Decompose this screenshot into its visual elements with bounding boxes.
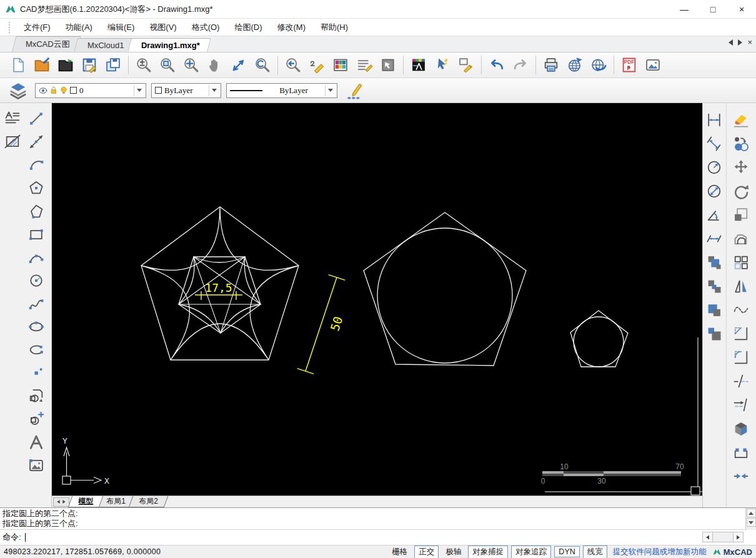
color-select[interactable]: ByLayer	[151, 83, 221, 98]
dim-diameter-tool[interactable]	[704, 179, 725, 203]
drawing-svg[interactable]: 17,5 50 10 70 0 30	[52, 103, 702, 496]
menu-file[interactable]: 文件(F)	[16, 20, 58, 35]
tab-mxcad-cloud[interactable]: MxCAD云图	[12, 36, 81, 52]
undo-button[interactable]	[485, 54, 509, 76]
dim-radius-tool[interactable]	[704, 156, 725, 179]
toggle-osnap[interactable]: 对象捕捉	[468, 546, 508, 558]
drawing-canvas[interactable]: 17,5 50 10 70 0 30	[52, 103, 702, 496]
join-tool[interactable]	[730, 464, 752, 488]
break-tool[interactable]	[730, 369, 752, 393]
redo-button[interactable]	[509, 54, 532, 76]
dim-continue-tool[interactable]	[704, 227, 725, 251]
save-button[interactable]	[77, 54, 101, 76]
paste-clip-tool[interactable]	[704, 298, 725, 322]
image-tool[interactable]	[25, 454, 47, 477]
point-tool[interactable]	[25, 361, 47, 384]
save-all-button[interactable]	[101, 54, 125, 76]
ellipse-tool[interactable]	[25, 315, 47, 338]
mirror-tool[interactable]	[730, 274, 752, 298]
construction-line-tool[interactable]	[25, 130, 47, 153]
dim-angular-tool[interactable]	[704, 203, 725, 227]
linetype-select[interactable]: ByLayer	[226, 83, 337, 98]
web-sync-button[interactable]	[587, 54, 610, 76]
dim-aligned-tool[interactable]	[704, 132, 725, 156]
menu-draw[interactable]: 绘图(D)	[227, 20, 269, 35]
command-history[interactable]: 指定圆上的第二个点: 指定圆上的第三个点:	[0, 508, 756, 530]
copy-clip-tool[interactable]	[704, 251, 725, 274]
color-select-chevron-icon[interactable]	[209, 85, 219, 96]
scroll-down-icon[interactable]	[747, 518, 756, 527]
open-folder-button[interactable]	[54, 54, 77, 76]
menu-modify[interactable]: 修改(M)	[269, 20, 313, 35]
page-fill-button[interactable]	[376, 54, 400, 76]
line-tool[interactable]	[25, 107, 47, 130]
zoom-object-button[interactable]	[251, 54, 274, 76]
export-image-button[interactable]	[641, 54, 665, 76]
command-scrollbar-horizontal[interactable]	[702, 532, 744, 542]
quick-select-button[interactable]	[430, 54, 454, 76]
layer-manager-button[interactable]	[6, 79, 30, 102]
paste-block-tool[interactable]	[704, 322, 725, 346]
layer-select-chevron-icon[interactable]	[134, 85, 144, 96]
menu-edit[interactable]: 编辑(E)	[100, 20, 142, 35]
close-button[interactable]: ×	[727, 0, 756, 18]
hatch-tool[interactable]	[1, 130, 24, 153]
polyline-tool[interactable]	[25, 199, 47, 222]
copy-object-tool[interactable]	[730, 132, 752, 156]
box-3d-tool[interactable]	[730, 417, 752, 441]
menu-help[interactable]: 帮助(H)	[313, 20, 356, 35]
command-scrollbar-vertical[interactable]	[745, 508, 756, 530]
toggle-dyn[interactable]: DYN	[554, 546, 579, 557]
ucs-axes-button[interactable]	[227, 54, 251, 76]
feedback-link[interactable]: 提交软件问题或增加新功能	[613, 547, 707, 557]
arc-tool[interactable]	[25, 153, 47, 176]
publish-web-button[interactable]	[563, 54, 587, 76]
zoom-extents-button[interactable]	[179, 54, 203, 76]
erase-tool[interactable]	[730, 108, 752, 132]
tab-scroll-left-icon[interactable]	[729, 39, 733, 46]
toggle-otrack[interactable]: 对象追踪	[511, 546, 551, 558]
menu-format[interactable]: 格式(O)	[184, 20, 227, 35]
copy-with-base-tool[interactable]	[704, 274, 725, 298]
insert-block-tool[interactable]	[25, 384, 47, 407]
pan-button[interactable]	[203, 54, 227, 76]
fillet-tool[interactable]	[730, 346, 752, 369]
chamfer-tool[interactable]	[730, 322, 752, 346]
tab-drawing1[interactable]: Drawing1.mxg*	[128, 38, 211, 52]
tab-layout2[interactable]: 布局2	[128, 496, 167, 507]
scroll-right-icon[interactable]	[733, 532, 743, 542]
command-input[interactable]: 命令:	[0, 530, 756, 545]
create-block-tool[interactable]	[25, 407, 47, 431]
draw-order-button[interactable]	[305, 54, 329, 76]
scroll-up-icon[interactable]	[747, 509, 756, 517]
move-tool[interactable]	[730, 156, 752, 179]
layout-prev-icon[interactable]	[57, 500, 59, 504]
rectangle-tool[interactable]	[25, 222, 47, 246]
ellipse-arc-tool[interactable]	[25, 338, 47, 361]
break-at-point-tool[interactable]	[730, 441, 752, 464]
extend-tool[interactable]	[730, 393, 752, 417]
toggle-ortho[interactable]: 正交	[414, 546, 439, 558]
tab-model[interactable]: 模型	[68, 496, 104, 507]
open-drawing-button[interactable]	[30, 54, 54, 76]
text-style-tool[interactable]	[1, 107, 24, 130]
draw-settings-button[interactable]	[342, 79, 366, 102]
text-tool[interactable]	[25, 431, 47, 454]
rotate-tool[interactable]	[730, 179, 752, 203]
zoom-scale-button[interactable]	[132, 54, 156, 76]
maximize-button[interactable]: □	[699, 0, 727, 18]
export-pdf-button[interactable]: PDF	[617, 54, 641, 76]
menu-function[interactable]: 功能(A)	[58, 20, 100, 35]
zoom-previous-button[interactable]	[281, 54, 305, 76]
tab-mxcloud1[interactable]: MxCloud1	[74, 38, 135, 52]
toggle-polar[interactable]: 极轴	[442, 546, 465, 558]
array-tool[interactable]	[730, 251, 752, 274]
new-file-button[interactable]	[6, 54, 30, 76]
arc-3point-tool[interactable]	[25, 246, 47, 269]
polygon-tool[interactable]	[25, 176, 47, 199]
spline-edit-tool[interactable]	[730, 298, 752, 322]
text-edit-button[interactable]	[352, 54, 376, 76]
match-properties-button[interactable]	[454, 54, 478, 76]
toggle-grid[interactable]: 栅格	[388, 546, 411, 558]
print-button[interactable]	[539, 54, 563, 76]
